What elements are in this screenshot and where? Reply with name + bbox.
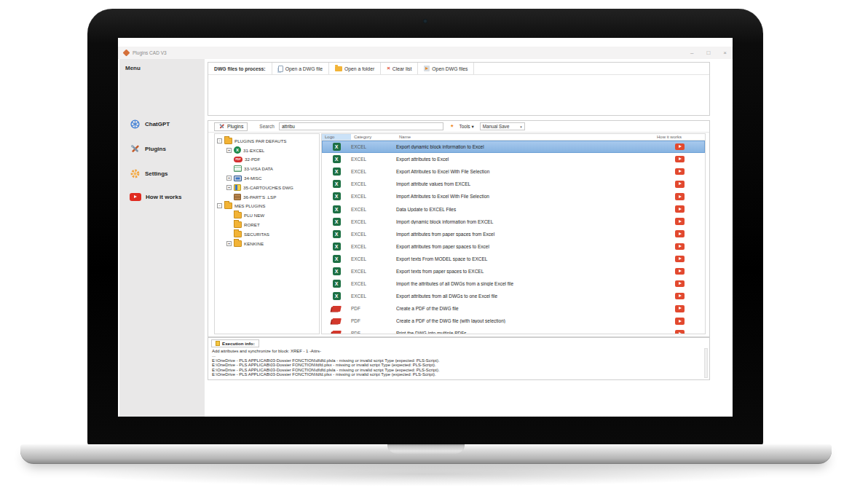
video-play-button[interactable]: [675, 156, 685, 163]
tree-node[interactable]: +34-MISC: [215, 173, 319, 183]
plugin-row[interactable]: XEXCELExport texts from paper spaces to …: [322, 265, 705, 277]
open-file-icon: [278, 66, 283, 72]
video-play-button[interactable]: [675, 143, 685, 151]
folder-icon: [224, 202, 232, 209]
how-cell: [654, 280, 705, 288]
plugin-row[interactable]: XEXCELImport attribute values from EXCEL: [322, 178, 705, 190]
collapse-icon[interactable]: -: [217, 203, 222, 208]
video-play-button[interactable]: [675, 280, 685, 288]
plugin-row[interactable]: XEXCELExport texts From MODEL space to E…: [322, 253, 705, 265]
execution-info-tab[interactable]: Execution info:: [211, 339, 259, 347]
logo-cell: X: [322, 255, 351, 263]
dwg-toolbar: DWG files to process: Open a DWG file Op…: [208, 63, 709, 75]
plugin-row[interactable]: XEXCELExport attributes from paper space…: [322, 240, 705, 253]
logo-cell: X: [322, 180, 351, 188]
dwg-files-label: DWG files to process:: [208, 63, 272, 74]
tree-node[interactable]: SECURITAS: [215, 229, 319, 239]
video-play-button[interactable]: [675, 230, 685, 237]
tree-node[interactable]: PDF32-PDF: [215, 155, 319, 165]
video-play-button[interactable]: [675, 330, 685, 334]
tree-node[interactable]: PLU NEW: [215, 210, 319, 220]
excel-icon: X: [234, 146, 241, 154]
log-scrollbar[interactable]: [704, 348, 708, 378]
pdf-icon: [331, 306, 342, 312]
laptop-shadow: [66, 462, 786, 487]
search-input[interactable]: [279, 122, 443, 130]
video-play-button[interactable]: [675, 293, 685, 300]
tools-menu-button[interactable]: Tools ▾: [459, 124, 473, 130]
category-cell: EXCEL: [351, 269, 396, 274]
video-play-button[interactable]: [675, 193, 685, 200]
plugins-toolbar: Plugins Search * Tools ▾ Manual Save ▾: [208, 121, 709, 133]
open-folder-button[interactable]: Open a folder: [329, 63, 381, 74]
tree-node[interactable]: 36-PART'S .LSP: [215, 192, 319, 202]
open-dwg-files-button[interactable]: Open DWG files: [418, 63, 474, 74]
search-label: Search: [259, 124, 275, 129]
save-mode-select[interactable]: Manual Save ▾: [480, 122, 525, 130]
logo-cell: X: [322, 192, 351, 200]
dwg-file-list[interactable]: [208, 75, 709, 115]
tree-node[interactable]: -PLUGINS PAR DEFAUTS: [215, 136, 319, 146]
open-dwg-file-button[interactable]: Open a DWG file: [272, 63, 329, 74]
folder-icon: [224, 138, 232, 144]
excel-icon: X: [333, 218, 341, 226]
plugin-row[interactable]: XEXCELExport dynamic block information t…: [322, 141, 705, 153]
video-play-button[interactable]: [675, 256, 685, 263]
plugin-row[interactable]: PDFCreate a PDF of the DWG file (with la…: [322, 315, 705, 327]
expand-icon[interactable]: +: [226, 176, 232, 181]
column-header-logo[interactable]: Logo: [322, 134, 351, 140]
plugin-row[interactable]: XEXCELExport attributes to Excel: [322, 153, 705, 165]
plugins-tab[interactable]: Plugins: [214, 122, 248, 131]
tree-node[interactable]: RORET: [215, 220, 319, 229]
button-label: Open a DWG file: [285, 66, 323, 71]
video-play-button[interactable]: [675, 243, 685, 251]
name-cell: Data Update to EXCEL Files: [396, 207, 654, 212]
collapse-icon[interactable]: -: [217, 138, 222, 143]
video-play-button[interactable]: [675, 168, 685, 176]
tree-node[interactable]: 33-VISA DATA: [215, 164, 319, 173]
plugin-row[interactable]: XEXCELData Update to EXCEL Files: [322, 202, 705, 215]
video-play-button[interactable]: [675, 268, 685, 275]
video-play-button[interactable]: [675, 318, 685, 325]
name-cell: Export attributes to Excel: [396, 157, 654, 162]
plugin-row[interactable]: XEXCELImport attributes from paper space…: [322, 228, 705, 240]
expand-icon[interactable]: +: [226, 241, 232, 246]
folder-icon: [234, 240, 242, 247]
video-play-button[interactable]: [675, 181, 685, 188]
expand-icon[interactable]: +: [226, 185, 232, 190]
clear-list-button[interactable]: × Clear list: [381, 63, 418, 74]
tree-node[interactable]: +35-CARTOUCHES DWG: [215, 183, 319, 192]
plugin-row[interactable]: XEXCELImport the attributes of all DWGs …: [322, 277, 705, 290]
column-header-how-it-works[interactable]: How it works: [654, 134, 705, 140]
sidebar-item-how-it-works[interactable]: How it works: [130, 193, 181, 201]
excel-icon: X: [333, 155, 341, 163]
sidebar-item-chatgpt[interactable]: ChatGPT: [130, 119, 170, 130]
plugin-row[interactable]: XEXCELExport attributes from all DWGs to…: [322, 290, 705, 302]
category-cell: EXCEL: [351, 181, 396, 186]
refresh-icon[interactable]: *: [451, 123, 454, 130]
tree-node-label: PLU NEW: [244, 213, 264, 218]
tree-node[interactable]: -MES PLUGINS: [215, 202, 319, 211]
column-header-name[interactable]: Name: [396, 134, 654, 140]
plugin-row[interactable]: PDFPrint the DWG into multiple PDFs: [322, 327, 705, 334]
name-cell: Import dynamic block information from EX…: [396, 219, 654, 224]
category-cell: EXCEL: [351, 157, 396, 162]
plugin-row[interactable]: XEXCELExport Attributes to Excel With Fi…: [322, 165, 705, 178]
tree-node[interactable]: +KENKINE: [215, 239, 319, 248]
video-play-button[interactable]: [675, 205, 685, 213]
sidebar-item-settings[interactable]: Settings: [130, 168, 168, 179]
column-header-category[interactable]: Category: [351, 134, 396, 140]
plugin-row[interactable]: XEXCELImport dynamic block information f…: [322, 216, 705, 228]
tree-node-label: 32-PDF: [245, 157, 260, 162]
video-play-button[interactable]: [675, 305, 685, 312]
excel-icon: X: [333, 180, 341, 188]
plugin-row[interactable]: PDFCreate a PDF of the DWG file: [322, 302, 705, 315]
tree-node[interactable]: +X31-EXCEL: [215, 146, 319, 155]
plugins-panel: Plugins Search * Tools ▾ Manual Save ▾ -…: [208, 120, 710, 337]
expand-icon[interactable]: +: [226, 148, 232, 153]
video-play-button[interactable]: [675, 218, 685, 225]
plugin-row[interactable]: XEXCELImport Attributes to Excel With Fi…: [322, 190, 705, 202]
close-icon[interactable]: ×: [723, 50, 727, 56]
webcam: [423, 19, 427, 23]
sidebar-item-plugins[interactable]: Plugins: [130, 143, 166, 154]
